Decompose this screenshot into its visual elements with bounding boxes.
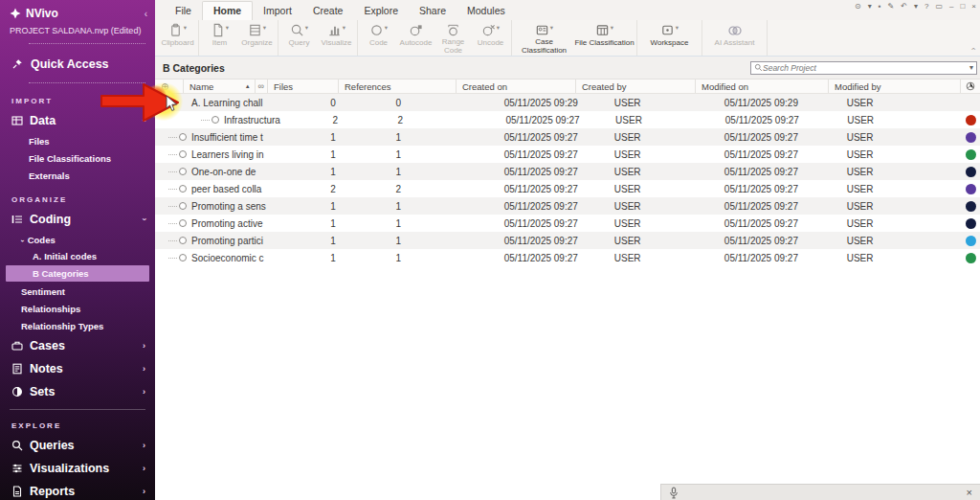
clipboard-button[interactable]: ▾ Clipboard: [159, 21, 196, 55]
table-row[interactable]: A. Learning chall 00 05/11/2025 09:29USE…: [155, 94, 980, 111]
collapse-ribbon-icon[interactable]: ›: [969, 48, 978, 51]
caret-down-icon: ▾: [676, 24, 679, 31]
tab-modules[interactable]: Modules: [457, 2, 516, 20]
code-color-dot: [966, 98, 976, 108]
caret-icon[interactable]: ▾: [868, 3, 872, 11]
close-button[interactable]: ×: [971, 3, 976, 11]
chevron-down-icon[interactable]: ▾: [969, 63, 973, 72]
column-header-created-by[interactable]: Created by: [576, 80, 696, 93]
undo-menu-icon[interactable]: ⊙: [855, 3, 861, 11]
pin-icon: [11, 58, 23, 70]
column-header-created-on[interactable]: Created on: [457, 80, 576, 93]
sidebar-item-relationship-types[interactable]: Relationship Types: [0, 317, 155, 334]
chevron-right-icon[interactable]: ›: [143, 387, 145, 397]
cases-label: Cases: [30, 339, 65, 352]
uncode-button[interactable]: ▾ Uncode: [472, 21, 509, 55]
table-row[interactable]: Promoting partici 11 05/11/2025 09:27USE…: [155, 232, 980, 249]
sidebar-item-coding[interactable]: Coding ›: [0, 208, 155, 231]
column-header-modified-by[interactable]: Modified by: [829, 80, 961, 93]
file-classification-button[interactable]: ▾ File Classification: [574, 21, 635, 55]
sidebar-item-queries[interactable]: Queries ›: [0, 434, 155, 457]
column-header-modified-on[interactable]: Modified on: [696, 80, 829, 93]
code-color-dot: [966, 115, 976, 125]
edit-icon[interactable]: ✎: [888, 3, 895, 11]
search-box[interactable]: ▾: [750, 61, 977, 75]
sidebar-item-quick-access[interactable]: Quick Access: [0, 46, 155, 80]
sidebar-item-file-classifications[interactable]: File Classifications: [0, 149, 155, 167]
column-header-color[interactable]: [961, 80, 980, 93]
sets-icon: [11, 386, 23, 398]
sidebar-item-initial-codes[interactable]: A. Initial codes: [0, 248, 155, 264]
chevron-down-icon[interactable]: ›: [18, 239, 27, 242]
sidebar-item-codes[interactable]: ›Codes: [0, 231, 155, 248]
chevron-right-icon[interactable]: ›: [143, 464, 145, 473]
organize-button[interactable]: ▾ Organize: [238, 21, 276, 55]
undo-icon[interactable]: ↶: [901, 3, 907, 11]
table-row[interactable]: Insufficient time t 11 05/11/2025 09:27U…: [155, 128, 980, 146]
uncode-icon: [481, 23, 496, 37]
tab-file[interactable]: File: [165, 2, 202, 20]
case-classification-button[interactable]: ▾ Case Classification: [514, 21, 574, 55]
sidebar-collapse-icon[interactable]: ‹: [145, 9, 147, 19]
sidebar-item-sets[interactable]: Sets ›: [0, 380, 155, 403]
coding-label: Coding: [30, 213, 71, 226]
table-row[interactable]: Infrastructura 22 05/11/2025 09:27USER 0…: [155, 111, 980, 128]
chevron-right-icon[interactable]: ›: [143, 341, 145, 351]
maximize-button[interactable]: □: [960, 3, 965, 11]
close-icon[interactable]: ×: [967, 488, 972, 498]
code-color-dot: [966, 167, 976, 177]
code-color-dot: [966, 149, 976, 160]
uncode-label: Uncode: [478, 38, 504, 47]
autocode-button[interactable]: Autocode: [397, 21, 434, 55]
table-row[interactable]: Learners living in 11 05/11/2025 09:27US…: [155, 146, 980, 163]
visualize-button[interactable]: ▾ Visualize: [318, 21, 355, 55]
column-header-name[interactable]: Name▲∞: [184, 80, 268, 93]
color-wheel-icon: [966, 81, 975, 91]
app-brand: NVivo: [26, 7, 58, 20]
queries-label: Queries: [30, 439, 75, 452]
item-button[interactable]: ▾ Item: [201, 21, 238, 55]
save-icon[interactable]: ▪: [879, 3, 881, 11]
tab-share[interactable]: Share: [409, 2, 457, 20]
help-icon[interactable]: ?: [924, 3, 928, 11]
workspace-label: Workspace: [651, 38, 689, 47]
code-button[interactable]: ▾ Code: [360, 21, 397, 55]
content-header: B Categories ▾: [155, 57, 980, 80]
tab-import[interactable]: Import: [253, 2, 302, 20]
tab-home[interactable]: Home: [202, 1, 253, 20]
autocode-label: Autocode: [400, 38, 433, 47]
caret-icon[interactable]: ▾: [914, 3, 918, 11]
tab-create[interactable]: Create: [302, 2, 354, 20]
search-input[interactable]: [763, 63, 969, 73]
query-search-icon: [290, 23, 304, 37]
sidebar-item-cases[interactable]: Cases ›: [0, 334, 155, 357]
sidebar-item-files[interactable]: Files: [0, 132, 155, 149]
range-code-button[interactable]: Range Code: [434, 21, 472, 55]
table-row[interactable]: One-on-one de 11 05/11/2025 09:27USER 05…: [155, 163, 980, 180]
chevron-right-icon[interactable]: ›: [143, 364, 145, 374]
sidebar-item-externals[interactable]: Externals: [0, 167, 155, 184]
table-row[interactable]: Socioeconomic c 11 05/11/2025 09:27USER …: [155, 249, 980, 266]
ai-assistant-button[interactable]: AI Assistant: [704, 21, 765, 55]
sidebar-item-reports[interactable]: Reports ›: [0, 480, 155, 500]
code-circle-icon: [179, 133, 187, 141]
workspace-button[interactable]: ▾ Workspace: [639, 21, 700, 55]
table-row[interactable]: peer based colla 22 05/11/2025 09:27USER…: [155, 180, 980, 197]
column-header-references[interactable]: References: [339, 80, 457, 93]
chevron-down-icon[interactable]: ›: [140, 218, 149, 221]
minimize-button[interactable]: –: [949, 3, 953, 11]
sidebar-item-b-categories[interactable]: B Categories: [6, 265, 149, 282]
sidebar-item-visualizations[interactable]: Visualizations ›: [0, 457, 155, 480]
table-row[interactable]: Promoting active 11 05/11/2025 09:27USER…: [155, 215, 980, 232]
chevron-right-icon[interactable]: ›: [143, 487, 145, 496]
chevron-right-icon[interactable]: ›: [143, 441, 145, 450]
microphone-icon[interactable]: [669, 487, 679, 499]
feedback-icon[interactable]: ▭: [935, 3, 943, 11]
sidebar-item-sentiment[interactable]: Sentiment: [0, 283, 155, 300]
query-button[interactable]: ▾ Query: [280, 21, 318, 55]
table-row[interactable]: Promoting a sens 11 05/11/2025 09:27USER…: [155, 197, 980, 215]
tab-explore[interactable]: Explore: [353, 2, 409, 20]
column-header-files[interactable]: Files: [268, 80, 339, 93]
sidebar-item-notes[interactable]: Notes ›: [0, 357, 155, 380]
sidebar-item-relationships[interactable]: Relationships: [0, 300, 155, 317]
